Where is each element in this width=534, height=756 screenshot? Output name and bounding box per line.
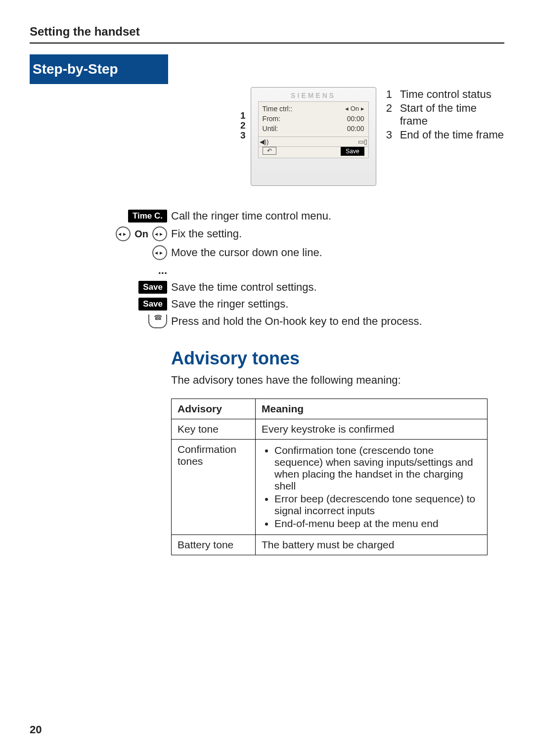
instruction-list: Time C. Call the ringer time control men…: [72, 210, 504, 328]
instruction-text: Move the cursor down one line.: [171, 246, 504, 259]
ellipsis-icon: ...: [158, 264, 167, 277]
section-intro: The advisory tones have the following me…: [171, 374, 504, 387]
speaker-icon: ◀)): [260, 138, 269, 145]
table-row: Confirmation tones Confirmation tone (cr…: [172, 440, 488, 535]
instruction-text: Press and hold the On-hook key to end th…: [171, 315, 504, 328]
nav-key-icon: [152, 226, 167, 241]
instruction-text: Fix the setting.: [171, 227, 504, 240]
table-row: Battery tone The battery must be charged: [172, 535, 488, 555]
softkey-save: Save: [138, 281, 167, 294]
softkey-save: Save: [138, 298, 167, 311]
back-icon: ↶: [263, 147, 276, 155]
advisory-tones-table: Advisory Meaning Key tone Every keystrok…: [171, 399, 488, 555]
instruction-text: Call the ringer time control menu.: [171, 210, 504, 222]
display-save-key: Save: [341, 147, 364, 156]
table-header-meaning: Meaning: [256, 399, 488, 419]
nav-key-icon: [116, 226, 131, 241]
handset-display-illustration: SIEMENS Time ctrl::◂ On ▸ From:00:00 Unt…: [251, 87, 376, 186]
brand-label: SIEMENS: [258, 91, 369, 99]
instruction-text: Save the time control settings.: [171, 281, 504, 294]
table-row: Key tone Every keystroke is confirmed: [172, 419, 488, 440]
display-legend: 1Time control status 2Start of the time …: [386, 87, 504, 142]
instruction-text: Save the ringer settings.: [171, 298, 504, 311]
battery-icon: ▭▯: [358, 138, 367, 145]
page-header: Setting the handset: [30, 25, 504, 44]
on-label: On: [134, 228, 148, 240]
section-heading-advisory-tones: Advisory tones: [171, 348, 504, 369]
softkey-time-c: Time C.: [128, 210, 167, 222]
display-leader-numbers: 1 2 3: [240, 111, 246, 140]
nav-key-icon: [152, 245, 167, 260]
table-header-advisory: Advisory: [172, 399, 256, 419]
page-number: 20: [30, 723, 42, 736]
step-by-step-banner: Step-by-Step: [30, 54, 168, 84]
onhook-key-icon: [148, 314, 167, 328]
